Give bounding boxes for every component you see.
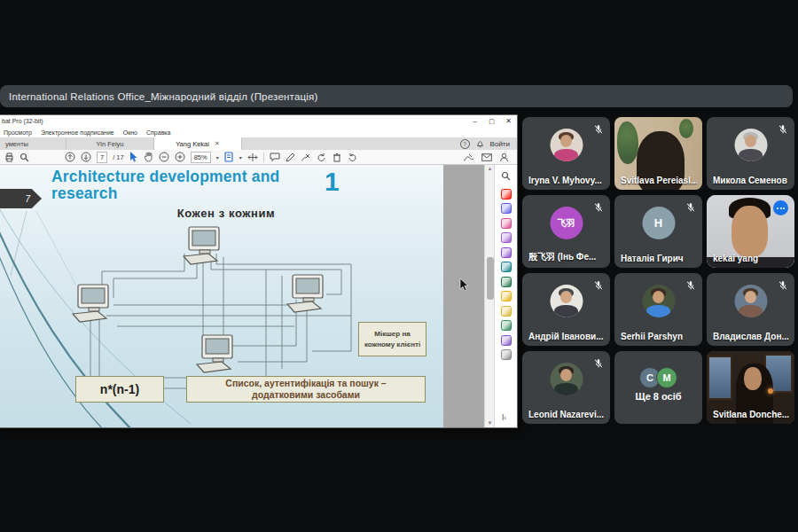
participants-grid: Iryna V. Myhovy...Svitlava Pereiasl...Ми… xyxy=(522,117,794,424)
print-icon[interactable] xyxy=(4,151,14,163)
tab-label: Yin Feiyu xyxy=(97,140,124,148)
mic-muted-icon xyxy=(593,122,604,133)
menu-item-3[interactable]: Окно xyxy=(123,129,137,136)
more-tools-icon[interactable] xyxy=(501,349,512,360)
menu-item-2[interactable]: Электронное подписание xyxy=(41,129,114,136)
select-tool-icon[interactable] xyxy=(129,151,138,163)
mixer-note-box: Мікшер на кожному клієнті xyxy=(358,322,426,356)
participant-tile[interactable]: Iryna V. Myhovy... xyxy=(522,117,610,190)
document-tab-2[interactable]: Yin Feiyu xyxy=(66,137,154,150)
edit-pdf-icon[interactable] xyxy=(501,203,512,214)
avatar xyxy=(550,363,583,395)
fill-and-sign-icon[interactable] xyxy=(501,247,512,258)
page-total-label: / 17 xyxy=(113,153,124,161)
participant-tile[interactable]: 飞羽殷飞羽 (Інь Фе... xyxy=(522,195,610,268)
participant-tile[interactable]: Serhii Parshyn xyxy=(614,273,702,346)
tab-label: ументы xyxy=(5,140,28,148)
fill-sign-icon[interactable] xyxy=(301,151,311,163)
lamp-decor xyxy=(768,388,773,394)
menu-item-1[interactable]: Просмотр xyxy=(4,129,32,136)
participant-tile[interactable]: Leonid Nazarevi... xyxy=(522,351,610,424)
participant-name: Андрій Іванови... xyxy=(528,332,605,341)
sign-in-button[interactable]: Войти xyxy=(490,140,510,148)
export-excel-icon[interactable] xyxy=(501,277,512,287)
combine-files-icon[interactable] xyxy=(501,218,512,229)
mic-muted-icon xyxy=(685,200,696,211)
participant-name: Leonid Nazarevi... xyxy=(528,410,605,419)
search-tool-icon[interactable] xyxy=(501,168,511,184)
print-production-icon[interactable] xyxy=(501,320,512,331)
maximize-button[interactable]: ▢ xyxy=(483,115,500,127)
hand-tool-icon[interactable] xyxy=(144,151,153,163)
next-page-icon[interactable] xyxy=(81,151,91,163)
zoom-dropdown-icon[interactable]: ▾ xyxy=(216,154,219,160)
signature-icon[interactable] xyxy=(463,151,474,163)
minimize-button[interactable]: – xyxy=(466,115,483,127)
collapse-panel-icon[interactable]: Ⅰ‹ xyxy=(502,414,506,422)
participant-tile[interactable]: CMЩе 8 осіб xyxy=(614,351,702,424)
avatar-initials: 飞羽 xyxy=(550,207,583,239)
page-view-icon[interactable] xyxy=(224,151,234,163)
trash-icon[interactable] xyxy=(332,151,341,163)
bell-icon[interactable] xyxy=(476,137,484,150)
create-pdf-icon[interactable] xyxy=(501,189,512,200)
help-icon[interactable]: ? xyxy=(460,139,470,149)
participant-name: Svitlana Donche... xyxy=(713,410,789,419)
mic-muted-icon xyxy=(778,122,788,133)
document-tab-3[interactable]: Yang Kekai✕ xyxy=(154,137,242,150)
participant-name: Микола Семенов xyxy=(713,176,789,185)
person-icon[interactable] xyxy=(499,151,509,163)
participant-tile[interactable]: Владислав Дон... xyxy=(707,273,794,346)
avatar xyxy=(550,129,583,161)
mic-muted-icon xyxy=(778,278,788,289)
page-number-input[interactable]: 7 xyxy=(97,152,107,163)
fit-width-icon[interactable] xyxy=(247,151,258,163)
list-auth-line2: додатковими засобами xyxy=(252,389,360,400)
protect-icon[interactable] xyxy=(501,335,512,346)
tab-close-icon[interactable]: ✕ xyxy=(215,140,220,147)
acrobat-window-title: bat Pro (32-bit) xyxy=(0,118,466,124)
list-auth-line1: Список, аутентифікація та пошук – xyxy=(225,378,386,388)
organize-pages-icon[interactable] xyxy=(501,232,512,243)
avatar-initials: H xyxy=(642,207,675,239)
participant-tile[interactable]: HНаталія Гирич xyxy=(614,195,702,268)
request-signatures-icon[interactable] xyxy=(501,262,512,272)
avatar xyxy=(734,285,767,317)
participant-tile[interactable]: Микола Семенов xyxy=(707,117,794,190)
mail-icon[interactable] xyxy=(481,151,492,163)
acrobat-menubar: ПросмотрЭлектронное подписаниеОкноСправк… xyxy=(0,127,517,137)
page-view-dropdown-icon[interactable]: ▾ xyxy=(239,154,242,160)
participant-tile[interactable]: kekai yang xyxy=(707,195,794,268)
participant-tile[interactable]: Svitlava Pereiasl... xyxy=(614,117,702,190)
refresh-icon[interactable] xyxy=(347,151,357,163)
participant-tile[interactable]: Андрій Іванови... xyxy=(522,273,610,346)
previous-page-icon[interactable] xyxy=(65,151,75,163)
zoom-in-icon[interactable] xyxy=(175,151,185,163)
zoom-out-icon[interactable] xyxy=(159,151,169,163)
comment-icon[interactable] xyxy=(270,151,280,163)
overflow-avatars: CM xyxy=(614,367,702,388)
zoom-level-input[interactable]: 85% xyxy=(191,152,211,163)
more-options-button[interactable] xyxy=(773,200,788,215)
avatar-initials: M xyxy=(656,367,677,388)
search-icon[interactable] xyxy=(20,151,29,163)
rotate-icon[interactable] xyxy=(317,151,327,163)
toolbar-divider xyxy=(263,153,264,162)
participant-tile[interactable]: Svitlana Donche... xyxy=(707,351,794,424)
menu-item-4[interactable]: Справка xyxy=(146,129,170,136)
scrollbar-thumb[interactable] xyxy=(487,257,494,300)
document-tab-1[interactable]: ументы xyxy=(0,137,66,150)
computer-icon-top xyxy=(184,227,219,264)
tab-label: Yang Kekai xyxy=(176,140,209,148)
acrobat-toolbar: 7/ 1785%▾▾ xyxy=(0,150,517,165)
comment-tool-icon[interactable] xyxy=(501,306,512,317)
participant-name: Iryna V. Myhovy... xyxy=(528,176,605,185)
mic-muted-icon xyxy=(593,200,604,211)
pencil-icon[interactable] xyxy=(286,151,295,163)
create-file-icon[interactable] xyxy=(501,291,512,301)
mic-muted-icon xyxy=(593,278,604,289)
close-button[interactable]: ✕ xyxy=(500,115,517,127)
computer-icon-right xyxy=(287,275,323,312)
overflow-count-label: Ще 8 осіб xyxy=(614,391,702,402)
formula-box: n*(n-1) xyxy=(75,376,164,403)
